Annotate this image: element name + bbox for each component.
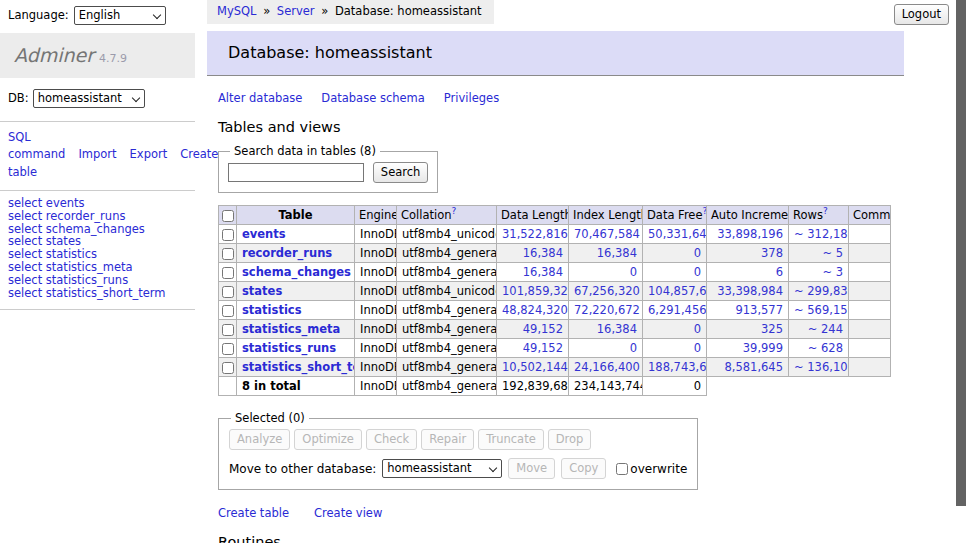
column-header-collation: Collation?	[397, 206, 497, 225]
link-create-table[interactable]: Create table	[218, 506, 289, 520]
truncate-button[interactable]: Truncate	[478, 429, 544, 450]
cell-engine: InnoDB	[355, 244, 397, 263]
row-select-checkbox[interactable]	[222, 324, 234, 336]
table-link[interactable]: statistics_runs	[242, 341, 336, 355]
column-header-label: Data Length	[501, 208, 569, 222]
cell-rows: ~ 5	[789, 244, 849, 263]
column-header-label: Auto Increment	[711, 208, 789, 222]
sidebar-select-recorder-runs[interactable]: select recorder_runs	[8, 210, 187, 223]
cell-collation: utf8mb4_general_ci	[397, 244, 497, 263]
db-nav-links: Alter databaseDatabase schemaPrivileges	[218, 91, 904, 105]
cell-rows: ~ 299,833	[789, 282, 849, 301]
app-logo[interactable]: Adminer	[14, 44, 94, 66]
repair-button[interactable]: Repair	[421, 429, 474, 450]
row-select-checkbox[interactable]	[222, 305, 234, 317]
sidebar-link-sql-command[interactable]: SQL command	[8, 130, 65, 161]
cell-rows: ~ 312,180	[789, 225, 849, 244]
cell-data-length: 16,384	[497, 244, 569, 263]
row-select-checkbox[interactable]	[222, 343, 234, 355]
overwrite-checkbox[interactable]	[616, 463, 628, 475]
row-select-checkbox[interactable]	[222, 286, 234, 298]
app-version: 4.7.9	[99, 52, 127, 65]
cell-collation: utf8mb4_general_ci	[397, 301, 497, 320]
help-link[interactable]: ?	[703, 206, 707, 216]
table-body: eventsInnoDButf8mb4_unicode_ci31,522,816…	[219, 225, 891, 377]
cell-auto-increment: 913,577	[707, 301, 789, 320]
row-select-checkbox[interactable]	[222, 248, 234, 260]
cell-engine: InnoDB	[355, 301, 397, 320]
move-database-select[interactable]: homeassistant	[382, 459, 502, 478]
sidebar-select-events[interactable]: select events	[8, 197, 187, 210]
link-database-schema[interactable]: Database schema	[321, 91, 424, 105]
drop-button[interactable]: Drop	[548, 429, 592, 450]
cell-data-free: 0	[643, 339, 707, 358]
column-header-label: Rows	[793, 208, 823, 222]
selected-legend: Selected (0)	[231, 411, 309, 425]
cell-table-name: statistics_short_term	[237, 358, 355, 377]
search-button[interactable]: Search	[373, 162, 429, 183]
column-header-label: Data Free	[647, 208, 703, 222]
page-scrollbar[interactable]	[956, 0, 966, 543]
sidebar-link-import[interactable]: Import	[78, 147, 116, 161]
help-link[interactable]: ?	[823, 206, 828, 216]
column-header-label: Collation	[401, 208, 452, 222]
breadcrumb-mysql-link[interactable]: MySQL	[217, 4, 257, 18]
sidebar-link-export[interactable]: Export	[130, 147, 168, 161]
cell-data-free: 6,291,456	[643, 301, 707, 320]
cell-comment	[849, 263, 891, 282]
row-checkbox-cell	[219, 225, 237, 244]
table-link[interactable]: statistics_meta	[242, 322, 340, 336]
cell-comment	[849, 358, 891, 377]
optimize-button[interactable]: Optimize	[294, 429, 362, 450]
table-link[interactable]: schema_changes	[242, 265, 351, 279]
table-link[interactable]: statistics_short_term	[242, 360, 355, 374]
language-select[interactable]: English	[74, 6, 166, 25]
help-link[interactable]: ?	[452, 206, 457, 216]
cell-data-free: 0	[643, 320, 707, 339]
section-routines-heading: Routines	[218, 534, 904, 543]
row-checkbox-cell	[219, 320, 237, 339]
cell-data-length: 49,152	[497, 320, 569, 339]
row-checkbox-cell	[219, 282, 237, 301]
link-create-view[interactable]: Create view	[314, 506, 382, 520]
cell-rows: ~ 569,159	[789, 301, 849, 320]
selected-fieldset: Selected (0) AnalyzeOptimizeCheckRepairT…	[218, 411, 698, 490]
table-link[interactable]: events	[242, 227, 286, 241]
search-input[interactable]	[228, 163, 364, 182]
table-total-row: 8 in totalInnoDButf8mb4_general_ci192,83…	[219, 377, 891, 396]
table-link[interactable]: states	[242, 284, 282, 298]
cell-collation: utf8mb4_general_ci	[397, 320, 497, 339]
table-row: statistics_short_termInnoDButf8mb4_gener…	[219, 358, 891, 377]
table-row: schema_changesInnoDButf8mb4_general_ci16…	[219, 263, 891, 282]
link-alter-database[interactable]: Alter database	[218, 91, 302, 105]
row-select-checkbox[interactable]	[222, 229, 234, 241]
copy-button[interactable]: Copy	[561, 458, 606, 479]
row-select-checkbox[interactable]	[222, 267, 234, 279]
db-select[interactable]: homeassistant	[33, 89, 145, 108]
link-privileges[interactable]: Privileges	[444, 91, 499, 105]
scrollbar-thumb[interactable]	[956, 0, 966, 506]
cell-table-name: states	[237, 282, 355, 301]
select-all-checkbox[interactable]	[222, 210, 234, 222]
total-empty-cell	[219, 377, 237, 396]
analyze-button[interactable]: Analyze	[229, 429, 290, 450]
table-row: statistics_metaInnoDButf8mb4_general_ci4…	[219, 320, 891, 339]
breadcrumb-server-link[interactable]: Server	[277, 4, 315, 18]
table-row: statisticsInnoDButf8mb4_general_ci48,824…	[219, 301, 891, 320]
table-link[interactable]: statistics	[242, 303, 302, 317]
move-button[interactable]: Move	[508, 458, 555, 479]
cell-collation: utf8mb4_general_ci	[397, 358, 497, 377]
cell-data-length: 192,839,680	[497, 377, 569, 396]
cell-engine: InnoDB	[355, 282, 397, 301]
table-link[interactable]: recorder_runs	[242, 246, 332, 260]
cell-rows: ~ 3	[789, 263, 849, 282]
sidebar-select-statistics-short-term[interactable]: select statistics_short_term	[8, 287, 187, 300]
cell-engine: InnoDB	[355, 263, 397, 282]
check-button[interactable]: Check	[366, 429, 417, 450]
cell-engine: InnoDB	[355, 339, 397, 358]
sidebar: Language:English Adminer4.7.9 DB:homeass…	[0, 0, 195, 310]
row-select-checkbox[interactable]	[222, 362, 234, 374]
cell-engine: InnoDB	[355, 358, 397, 377]
cell-index-length: 72,220,672	[569, 301, 643, 320]
cell-index-length: 67,256,320	[569, 282, 643, 301]
